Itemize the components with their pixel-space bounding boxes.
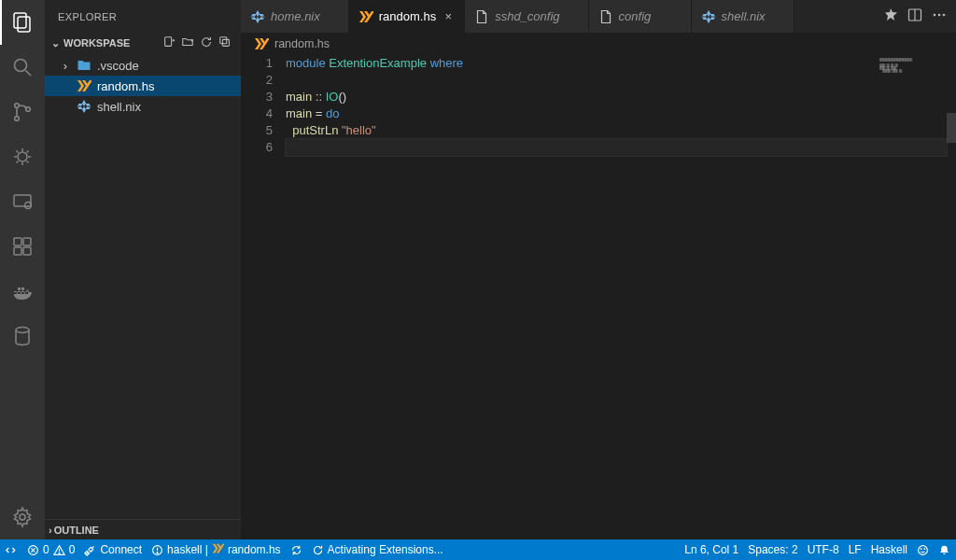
breadcrumb-file: random.hs (274, 37, 330, 50)
line-number: 2 (241, 72, 273, 89)
svg-line-3 (26, 71, 32, 77)
file-icon (598, 9, 613, 24)
workspace-section-header[interactable]: ⌄ WORKSPASE (45, 33, 241, 53)
tree-row-shell-nix[interactable]: shell.nix (45, 96, 241, 117)
tab-label: sshd_config (495, 9, 559, 23)
svg-rect-1 (18, 17, 30, 32)
status-errors[interactable]: 0 0 (27, 543, 75, 556)
file-icon (474, 9, 489, 24)
svg-point-22 (938, 13, 941, 16)
activity-extensions[interactable] (0, 224, 45, 269)
activity-source-control[interactable] (0, 90, 45, 134)
breadcrumb[interactable]: random.hs (241, 33, 956, 55)
tab-label: config (619, 9, 652, 23)
tab-shell-nix[interactable]: shell.nix (692, 0, 794, 33)
activity-search[interactable] (0, 45, 45, 90)
tab-random-hs[interactable]: random.hs× (349, 0, 465, 33)
status-cursor[interactable]: Ln 6, Col 1 (684, 543, 738, 556)
code-line[interactable]: main :: IO() (286, 89, 947, 105)
svg-point-2 (15, 60, 27, 72)
chevron-right-icon: › (60, 59, 71, 73)
status-eol[interactable]: LF (849, 543, 862, 556)
haskell-icon (212, 542, 224, 557)
line-number: 4 (241, 105, 273, 122)
nix-icon (250, 9, 265, 24)
line-number: 5 (241, 122, 273, 139)
tab-home-nix[interactable]: home.nix (241, 0, 349, 33)
code-line[interactable]: putStrLn "hello" (286, 122, 947, 139)
outline-section-header[interactable]: › OUTLINE (45, 519, 241, 539)
code-line[interactable]: module ExtentionExample where (286, 55, 947, 72)
svg-point-5 (15, 117, 20, 121)
status-sync[interactable] (290, 544, 302, 556)
status-notifications[interactable] (938, 544, 950, 556)
collapse-all-icon[interactable] (218, 35, 232, 50)
activity-remote[interactable] (0, 179, 45, 224)
tree-item-label: random.hs (97, 79, 154, 93)
svg-rect-0 (14, 13, 26, 28)
outline-label: OUTLINE (54, 525, 99, 536)
code-line[interactable] (286, 139, 947, 156)
status-remote[interactable] (6, 544, 18, 556)
sidebar-title: EXPLORER (45, 0, 241, 33)
new-folder-icon[interactable] (181, 35, 194, 50)
workspace-label: WORKSPASE (63, 37, 130, 49)
svg-point-15 (20, 514, 25, 520)
line-number: 1 (241, 55, 273, 72)
svg-point-31 (921, 548, 921, 549)
activity-bar (0, 0, 45, 539)
copilot-icon[interactable] (883, 7, 898, 26)
status-feedback[interactable] (917, 544, 929, 556)
haskell-icon (77, 78, 91, 93)
chevron-right-icon: › (49, 525, 52, 536)
svg-point-30 (919, 545, 928, 554)
status-encoding[interactable]: UTF-8 (808, 543, 839, 556)
line-number: 3 (241, 89, 273, 105)
refresh-icon[interactable] (200, 35, 213, 50)
status-connect[interactable]: Connect (84, 543, 142, 556)
status-language[interactable]: Haskell (871, 543, 907, 556)
tree-row--vscode[interactable]: ›.vscode (45, 55, 241, 76)
svg-point-7 (18, 152, 27, 161)
activity-settings[interactable] (0, 495, 45, 539)
close-icon[interactable]: × (442, 9, 455, 23)
tree-item-label: .vscode (97, 59, 139, 73)
svg-rect-17 (220, 37, 227, 44)
svg-point-21 (934, 13, 936, 16)
code-line[interactable] (286, 72, 947, 89)
svg-rect-16 (165, 37, 172, 47)
status-environment[interactable]: haskell | random.hs (151, 542, 281, 557)
tree-row-random-hs[interactable]: random.hs (45, 76, 241, 96)
status-activating[interactable]: Activating Extensions... (312, 543, 443, 556)
activity-database[interactable] (0, 314, 45, 358)
code-lines[interactable]: ███████████████████████ ████ ██ ██ █████… (286, 55, 956, 539)
status-spaces[interactable]: Spaces: 2 (748, 543, 797, 556)
svg-point-29 (157, 552, 158, 553)
activity-docker[interactable] (0, 269, 45, 314)
tab-label: shell.nix (722, 9, 766, 23)
code-editor[interactable]: 123456 ███████████████████████ ████ ██ █… (241, 55, 956, 539)
gutter: 123456 (241, 55, 286, 539)
tabs-row: home.nixrandom.hs×sshd_configconfigshell… (241, 0, 956, 33)
tab-sshd_config[interactable]: sshd_config (465, 0, 588, 33)
activity-explorer[interactable] (0, 0, 45, 45)
activity-debug[interactable] (0, 134, 45, 179)
status-bar: 0 0 Connect haskell | random.hs Activati… (0, 539, 956, 560)
tab-config[interactable]: config (589, 0, 692, 33)
tab-label: home.nix (271, 9, 320, 23)
svg-rect-13 (23, 238, 31, 245)
split-editor-icon[interactable] (907, 7, 922, 26)
svg-rect-12 (23, 247, 31, 255)
code-line[interactable]: main = do (286, 105, 947, 122)
haskell-icon (254, 36, 269, 51)
editor-area: home.nixrandom.hs×sshd_configconfigshell… (241, 0, 956, 539)
svg-rect-18 (222, 39, 229, 46)
svg-rect-10 (14, 238, 21, 245)
minimap[interactable]: ███████████████████████ ████ ██ ██ █████… (876, 55, 950, 102)
overview-ruler[interactable] (947, 55, 956, 539)
line-number: 6 (241, 139, 273, 156)
svg-point-14 (16, 328, 29, 333)
new-file-icon[interactable] (162, 35, 176, 50)
svg-rect-8 (14, 195, 31, 206)
more-icon[interactable] (932, 7, 947, 26)
